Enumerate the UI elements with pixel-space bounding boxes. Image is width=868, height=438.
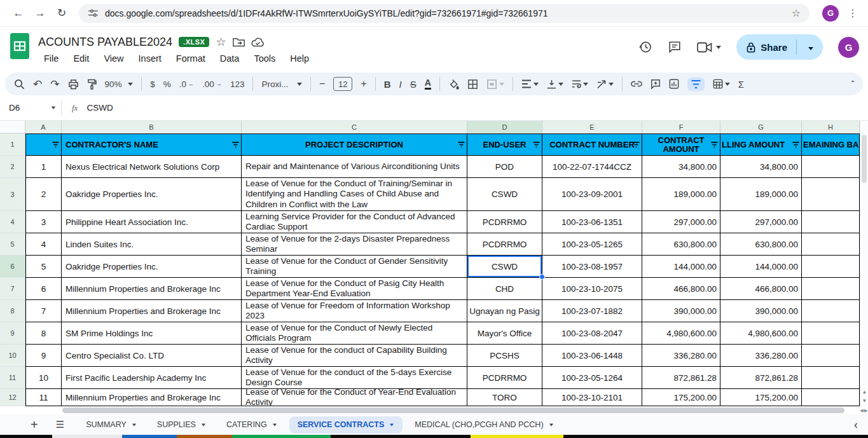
cell-contract-number[interactable]: 100-23-10-2101	[542, 389, 642, 406]
move-folder-icon[interactable]	[233, 37, 245, 47]
print-icon[interactable]	[68, 79, 79, 90]
cell-contractor[interactable]: Linden Suites Inc.	[62, 233, 242, 256]
horizontal-align-icon[interactable]	[521, 79, 539, 88]
meet-camera-icon[interactable]	[697, 42, 721, 53]
cell-end-user[interactable]: PCSHS	[467, 345, 542, 367]
cell-remaining-balance[interactable]	[802, 278, 860, 300]
star-document-icon[interactable]: ☆	[216, 35, 226, 49]
column-filter-icon[interactable]	[792, 141, 799, 148]
cell-billing-amount[interactable]: 630,800.00	[720, 233, 802, 256]
cell-description[interactable]: Lease of Venue for the conduct of Capabi…	[242, 345, 467, 367]
tab-dropdown-caret[interactable]	[272, 423, 276, 426]
cell-billing-amount[interactable]: 144,000.00	[720, 256, 802, 278]
column-header-C[interactable]: C	[242, 121, 467, 133]
url-text[interactable]: docs.google.com/spreadsheets/d/1IDFr4AkR…	[105, 8, 792, 18]
column-header-B[interactable]: B	[62, 121, 242, 133]
header-project-description[interactable]: PROJECT DESCRIPTION	[242, 133, 467, 156]
cell-description[interactable]: Lease of Venue for the 2-days Disaster P…	[242, 233, 467, 256]
column-header-F[interactable]: F	[642, 121, 720, 133]
cell-description[interactable]: Lease of Venue for the conduct of the 5-…	[242, 367, 467, 389]
cell-end-user[interactable]: PCDRRMO	[467, 367, 542, 389]
cell-contract-number[interactable]: 100-23-09-2001	[542, 178, 642, 211]
text-color-button[interactable]: A	[425, 78, 431, 90]
sheet-tab-summary[interactable]: SUMMARY	[78, 414, 145, 435]
selection-fill-handle[interactable]	[539, 274, 545, 280]
sheet-tab-medical-cho-pcgh-and-pcch-[interactable]: MEDICAL (CHO,PCGH AND PCCH)	[406, 414, 561, 435]
cell-description[interactable]: Lease of Venue for the Conduct of Gender…	[242, 256, 467, 278]
cell-contract-number[interactable]: 100-23-10-2075	[542, 278, 642, 300]
cell-end-user[interactable]: TORO	[467, 389, 542, 406]
cell-billing-amount[interactable]: 336,280.00	[720, 345, 802, 367]
cell-remaining-balance[interactable]	[802, 322, 860, 345]
menu-data[interactable]: Data	[216, 52, 244, 65]
insert-comment-icon[interactable]	[651, 79, 661, 89]
cell-contractor[interactable]: Oakridge Properties Inc.	[62, 178, 242, 211]
cell-contract-amount[interactable]: 630,800.00	[642, 233, 720, 256]
cell-billing-amount[interactable]: 390,000.00	[720, 300, 802, 322]
cell-contractor[interactable]: Oakridge Properties Inc.	[62, 256, 242, 278]
cell-contract-amount[interactable]: 189,000.00	[642, 178, 720, 211]
cell-contract-amount[interactable]: 336,280.00	[642, 345, 720, 367]
site-info-icon[interactable]	[88, 8, 99, 18]
bookmark-star-icon[interactable]: ☆	[792, 7, 801, 19]
scroll-down-icon[interactable]: ▼	[860, 398, 868, 404]
horizontal-scrollbar[interactable]	[25, 406, 860, 414]
cell-contractor[interactable]: SM Prime Holdings Inc	[62, 322, 242, 345]
cell-item-no[interactable]: 7	[25, 300, 62, 322]
cell-remaining-balance[interactable]	[802, 345, 860, 367]
cell-remaining-balance[interactable]	[802, 389, 860, 406]
text-rotation-icon[interactable]	[596, 79, 614, 89]
filter-views-icon[interactable]	[713, 79, 730, 89]
cell-contractor[interactable]: Nexus Electrical Network Solutions Corp	[62, 156, 242, 178]
cell-end-user[interactable]: Mayor's Office	[467, 322, 542, 345]
cell-item-no[interactable]: 3	[25, 211, 62, 233]
bold-button[interactable]: B	[384, 79, 391, 90]
cell-billing-amount[interactable]: 4,980,600.00	[720, 322, 802, 345]
more-formats-button[interactable]: 123	[230, 79, 245, 89]
tab-dropdown-caret[interactable]	[132, 423, 136, 426]
cell-contract-amount[interactable]: 466,800.00	[642, 278, 720, 300]
camera-dropdown-caret[interactable]	[716, 46, 721, 49]
cell-item-no[interactable]: 11	[25, 389, 62, 406]
header-end-user[interactable]: END-USER	[467, 133, 542, 156]
cell-contractor[interactable]: Centro Specialist Co. LTD	[62, 345, 242, 367]
row-header-3[interactable]: 3	[0, 178, 25, 211]
cell-contract-number[interactable]: 100-23-07-1882	[542, 300, 642, 322]
cell-contract-amount[interactable]: 144,000.00	[642, 256, 720, 278]
cell-billing-amount[interactable]: 466,800.00	[720, 278, 802, 300]
cell-contract-amount[interactable]: 872,861.28	[642, 367, 720, 389]
cell-end-user[interactable]: Ugnayan ng Pasig	[467, 300, 542, 322]
name-box[interactable]: D6	[0, 103, 61, 113]
document-title[interactable]: ACOUNTS PAYABLE2024	[38, 36, 172, 49]
account-avatar[interactable]: G	[838, 37, 859, 58]
header-billing-amount[interactable]: LLING AMOUNT	[720, 133, 802, 156]
cell-end-user[interactable]: PCDRRMO	[467, 233, 542, 256]
header-cell-a[interactable]	[25, 133, 62, 156]
cell-description[interactable]: Lease of Venue for the Conduct of Traini…	[242, 178, 467, 211]
search-icon[interactable]	[14, 79, 25, 90]
cell-contract-number[interactable]: 100-23-06-1448	[542, 345, 642, 367]
sheet-tab-catering[interactable]: CATERING	[218, 414, 286, 435]
cell-item-no[interactable]: 5	[25, 256, 62, 278]
cell-contract-number[interactable]: 100-23-05-1265	[542, 233, 642, 256]
column-filter-icon[interactable]	[633, 141, 640, 148]
add-sheet-icon[interactable]: +	[31, 418, 38, 431]
cell-contractor[interactable]: Philippine Heart Association Inc.	[62, 211, 242, 233]
cell-description[interactable]: Repair and Maintenance of Various Aircon…	[242, 156, 467, 178]
create-filter-icon[interactable]	[687, 78, 705, 91]
chevron-left-icon[interactable]: ‹	[854, 418, 858, 432]
decrease-font-size-button[interactable]: −	[319, 78, 325, 90]
cell-end-user[interactable]: PCDRRMO	[467, 211, 542, 233]
cell-remaining-balance[interactable]	[802, 256, 860, 278]
share-dropdown-caret[interactable]	[802, 41, 820, 53]
header-contract-amount[interactable]: CONTRACT AMOUNT	[642, 133, 720, 156]
menu-format[interactable]: Format	[172, 52, 210, 65]
cell-remaining-balance[interactable]	[802, 156, 860, 178]
sheet-tab-supplies[interactable]: SUPPLIES	[149, 414, 214, 435]
menu-insert[interactable]: Insert	[134, 52, 166, 65]
row-header-6[interactable]: 6	[0, 256, 25, 278]
format-currency-button[interactable]: $	[150, 79, 155, 89]
format-percent-button[interactable]: %	[163, 79, 171, 89]
row-header-12[interactable]: 12	[0, 389, 25, 406]
cell-billing-amount[interactable]: 189,000.00	[720, 178, 802, 211]
